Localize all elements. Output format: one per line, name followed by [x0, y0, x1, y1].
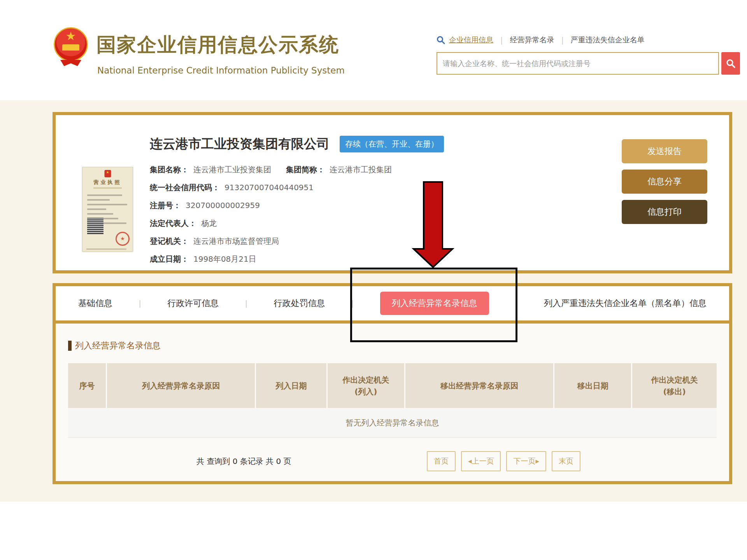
table-header-cell: 作出决定机关 (移出)	[632, 363, 717, 408]
action-button-2[interactable]: 信息分享	[622, 170, 707, 194]
info-value: 连云港市工投集团	[330, 164, 392, 175]
tab-separator: |	[139, 299, 141, 308]
info-label: 成立日期：	[150, 254, 189, 264]
company-name: 连云港市工业投资集团有限公司	[150, 135, 330, 153]
section-content: 列入经营异常名录信息 序号列入经营异常名录原因列入日期作出决定机关 (列入)移出…	[56, 324, 729, 471]
table-header-row: 序号列入经营异常名录原因列入日期作出决定机关 (列入)移出经营异常名录原因移出日…	[68, 363, 717, 408]
license-text-line	[87, 199, 110, 201]
last-page-button[interactable]: 末页	[552, 451, 580, 471]
detail-card: 基础信息|行政许可信息|行政处罚信息|列入经营异常名录信息|列入严重违法失信企业…	[53, 283, 732, 484]
first-page-button[interactable]: 首页	[427, 451, 456, 471]
company-info-rows: 集团名称：连云港市工业投资集团集团简称：连云港市工投集团统一社会信用代码：913…	[150, 161, 444, 268]
action-button-1[interactable]: 发送报告	[622, 139, 707, 163]
company-info-row: 法定代表人：杨龙	[150, 214, 444, 232]
info-value: 1998年08月21日	[193, 254, 256, 264]
tab-3[interactable]: 行政处罚信息	[274, 298, 325, 309]
business-license-thumbnail: 营业执照	[82, 167, 133, 252]
search-icon	[437, 36, 445, 44]
next-page-button[interactable]: 下一页▸	[506, 451, 546, 471]
search-button[interactable]	[721, 52, 740, 75]
company-status-badge: 存续（在营、开业、在册）	[340, 136, 444, 152]
nav-link-1[interactable]: 企业信用信息	[449, 35, 493, 45]
tab-bar: 基础信息|行政许可信息|行政处罚信息|列入经营异常名录信息|列入严重违法失信企业…	[56, 286, 729, 320]
nav-link-2[interactable]: 经营异常名录	[510, 35, 554, 45]
site-header: ★ 国家企业信用信息公示系统 National Enterprise Credi…	[0, 0, 747, 101]
abnormal-operations-table: 序号列入经营异常名录原因列入日期作出决定机关 (列入)移出经营异常名录原因移出日…	[68, 363, 717, 438]
info-value: 连云港市市场监督管理局	[193, 236, 279, 247]
license-red-seal	[116, 232, 130, 246]
company-info-row: 统一社会信用代码：913207007040440951	[150, 178, 444, 196]
info-label: 集团简称：	[286, 164, 325, 175]
license-emblem-icon	[104, 170, 111, 177]
national-emblem-logo: ★	[54, 27, 88, 63]
table-header-cell: 列入日期	[256, 363, 327, 408]
info-label: 统一社会信用代码：	[150, 182, 220, 193]
table-header-cell: 列入经营异常名录原因	[107, 363, 256, 408]
pagination-row: 共 查询到 0 条记录 共 0 页 首页◂上一页下一页▸末页	[68, 451, 717, 471]
license-text-line	[87, 213, 113, 215]
info-label: 法定代表人：	[150, 218, 196, 229]
company-name-row: 连云港市工业投资集团有限公司 存续（在营、开业、在册）	[150, 135, 444, 153]
emblem-ribbon	[60, 60, 81, 66]
company-info-row: 登记机关：连云港市市场监督管理局	[150, 232, 444, 250]
info-value: 913207007040440951	[224, 183, 314, 192]
info-label: 注册号：	[150, 200, 181, 211]
info-label: 集团名称：	[150, 164, 189, 175]
action-button-3[interactable]: 信息打印	[622, 200, 707, 224]
company-action-buttons: 发送报告信息分享信息打印	[622, 139, 707, 224]
tab-5[interactable]: 列入严重违法失信企业名单（黑名单）信息	[544, 298, 707, 309]
info-value: 杨龙	[201, 218, 217, 229]
company-info-block: 连云港市工业投资集团有限公司 存续（在营、开业、在册） 集团名称：连云港市工业投…	[150, 135, 444, 268]
tab-separator: |	[515, 299, 518, 308]
emblem-gate-shape	[62, 44, 79, 51]
nav-separator: |	[561, 36, 563, 44]
license-text-line	[87, 208, 106, 210]
tab-separator: |	[245, 299, 248, 308]
section-title-row: 列入经营异常名录信息	[68, 340, 717, 352]
section-title-marker	[68, 341, 72, 351]
table-header-cell: 移出日期	[554, 363, 632, 408]
nav-link-3[interactable]: 严重违法失信企业名单	[571, 35, 645, 45]
license-title: 营业执照	[82, 179, 133, 186]
license-text-line	[87, 194, 122, 196]
license-rule	[93, 187, 121, 189]
prev-page-button[interactable]: ◂上一页	[461, 451, 501, 471]
site-subtitle: National Enterprise Credit Information P…	[97, 65, 345, 75]
search-button-icon	[726, 58, 736, 68]
pagination-summary: 共 查询到 0 条记录 共 0 页	[196, 456, 291, 467]
tab-divider	[56, 320, 729, 324]
search-input[interactable]	[437, 52, 719, 75]
tab-4-active[interactable]: 列入经营异常名录信息	[380, 292, 489, 315]
company-summary-card: 营业执照 连云港市工业投资集团有限公司 存续（在营、开业、在册） 集团名称：连云…	[53, 112, 732, 273]
info-label: 登记机关：	[150, 236, 189, 247]
section-title: 列入经营异常名录信息	[75, 340, 161, 352]
company-info-row: 成立日期：1998年08月21日	[150, 250, 444, 268]
nav-separator: |	[500, 36, 503, 44]
tab-2[interactable]: 行政许可信息	[167, 298, 219, 309]
table-header-cell: 作出决定机关 (列入)	[328, 363, 405, 408]
table-header-cell: 移出经营异常名录原因	[405, 363, 554, 408]
pagination-buttons: 首页◂上一页下一页▸末页	[427, 451, 580, 471]
info-value: 320700000002959	[186, 201, 260, 210]
table-empty-message: 暂无列入经营异常名录信息	[68, 408, 717, 438]
emblem-star-icon: ★	[66, 30, 76, 42]
site-title: 国家企业信用信息公示系统	[96, 32, 339, 58]
license-text-line	[87, 204, 127, 205]
search-bar	[437, 52, 740, 75]
license-qr-code	[87, 218, 103, 234]
tab-separator: |	[351, 299, 354, 308]
company-info-row: 集团名称：连云港市工业投资集团集团简称：连云港市工投集团	[150, 161, 444, 178]
info-value: 连云港市工业投资集团	[193, 164, 271, 175]
table-header-cell: 序号	[68, 363, 107, 408]
tab-1[interactable]: 基础信息	[78, 298, 112, 309]
license-footer-line	[86, 248, 126, 250]
company-info-row: 注册号：320700000002959	[150, 196, 444, 214]
header-nav: 企业信用信息|经营异常名录|严重违法失信企业名单	[437, 35, 645, 45]
